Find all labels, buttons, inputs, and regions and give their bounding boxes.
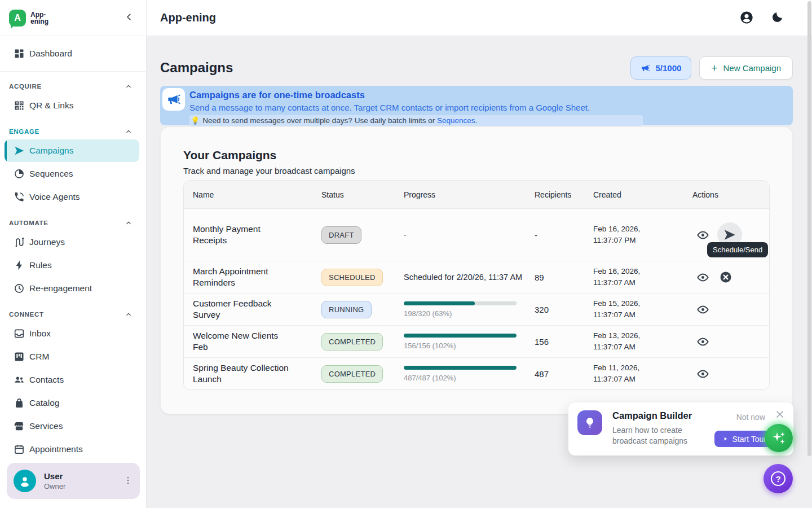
scrollbar[interactable]: [807, 1, 811, 456]
sidebar-item-label: Voice Agents: [29, 192, 80, 202]
view-campaign-button[interactable]: [692, 267, 713, 287]
sidebar-item-services[interactable]: Services: [5, 415, 139, 437]
send-icon: [14, 145, 25, 156]
sequences-icon: [14, 168, 25, 179]
sidebar-nav: Dashboard ACQUIRE QR & Links ENGAGE Camp…: [0, 36, 146, 461]
section-header-automate[interactable]: AUTOMATE: [5, 216, 139, 230]
banner-description: Send a message to many contacts at once.…: [189, 102, 791, 114]
campaign-quota-badge[interactable]: 5/1000: [630, 56, 691, 80]
recipients-count: -: [535, 226, 593, 244]
toast-description: Learn how to create broadcast campaigns: [612, 425, 704, 446]
user-menu-button[interactable]: [122, 475, 134, 487]
row-actions: [692, 327, 769, 356]
created-date: Feb 15, 2026,11:37:07 AM: [593, 294, 692, 325]
section-header-connect[interactable]: CONNECT: [5, 308, 139, 321]
sidebar-item-campaigns[interactable]: Campaigns: [5, 139, 139, 162]
progress-bar: 487/487 (102%): [404, 366, 517, 382]
status-cell: SCHEDULED: [321, 264, 404, 291]
page-title: Campaigns: [160, 60, 233, 76]
view-campaign-button[interactable]: [692, 364, 713, 384]
clock-icon: [14, 283, 25, 294]
sidebar-item-label: Dashboard: [29, 49, 72, 59]
card-title: Your Campaigns: [183, 148, 770, 162]
sidebar-item-label: Contacts: [29, 375, 64, 385]
schedule-send-tooltip: Schedule/Send: [707, 242, 768, 257]
qr-icon: [14, 100, 25, 111]
banner-tip: 💡 Need to send messages over multiple da…: [189, 115, 643, 126]
toast-close-button[interactable]: [774, 409, 785, 420]
created-date: Feb 13, 2026,11:37:07 AM: [593, 326, 692, 357]
progress-text: Scheduled for 2/20/26, 11:37 AM: [404, 271, 526, 283]
sidebar-item-rules[interactable]: Rules: [5, 254, 139, 277]
plus-icon: +: [711, 63, 717, 73]
sidebar-item-inbox[interactable]: Inbox: [5, 322, 139, 345]
status-cell: COMPLETED: [321, 361, 404, 387]
bag-icon: [14, 397, 25, 409]
route-icon: [14, 237, 25, 248]
eye-icon: [696, 229, 709, 242]
sidebar-item-sequences[interactable]: Sequences: [5, 163, 139, 185]
chevron-up-icon: [125, 219, 133, 227]
progress-cell: 198/320 (63%): [404, 297, 535, 322]
column-header-actions: Actions: [692, 190, 769, 199]
sidebar-item-crm[interactable]: CRM: [5, 345, 139, 368]
section-header-engage[interactable]: ENGAGE: [5, 125, 139, 138]
table-row[interactable]: Spring Beauty Collection Launch COMPLETE…: [184, 357, 769, 389]
table-row[interactable]: Welcome New Clients Feb COMPLETED 156/15…: [184, 325, 769, 357]
sidebar-item-voice-agents[interactable]: Voice Agents: [5, 186, 139, 208]
table-row[interactable]: March Appointment Reminders SCHEDULED Sc…: [184, 261, 769, 293]
card-subtitle: Track and manage your broadcast campaign…: [183, 166, 770, 176]
table-row[interactable]: Customer Feedback Survey RUNNING 198/320…: [184, 293, 769, 325]
chevron-up-icon: [125, 310, 133, 318]
dots-vertical-icon: [123, 475, 133, 485]
sidebar-item-dashboard[interactable]: Dashboard: [5, 42, 139, 65]
nav-divider: [0, 71, 146, 72]
campaign-name: Welcome New Clients Feb: [184, 326, 321, 357]
section-header-acquire[interactable]: ACQUIRE: [5, 80, 139, 93]
inbox-icon: [14, 328, 25, 339]
sequences-link[interactable]: Sequences: [437, 116, 475, 125]
sidebar-item-label: Appointments: [29, 444, 83, 454]
sidebar-collapse-button[interactable]: [122, 11, 136, 25]
recipients-count: 156: [535, 332, 593, 351]
campaigns-table: NameStatusProgressRecipientsCreatedActio…: [183, 180, 770, 390]
sidebar-item-qr-links[interactable]: QR & Links: [5, 94, 139, 117]
calendar-icon: [14, 444, 25, 455]
sidebar-item-catalog[interactable]: Catalog: [5, 392, 139, 414]
help-fab[interactable]: ?: [764, 464, 793, 493]
table-row[interactable]: Monthly Payment Receipts DRAFT - - Feb 1…: [184, 209, 769, 261]
account-button[interactable]: [739, 10, 754, 26]
new-campaign-button[interactable]: + New Campaign: [699, 56, 793, 80]
toast-title: Campaign Builder: [612, 410, 692, 421]
row-actions: [692, 359, 769, 388]
campaign-name: Spring Beauty Collection Launch: [184, 358, 321, 389]
created-date: Feb 11, 2026,11:37:07 AM: [593, 358, 692, 389]
megaphone-icon: [641, 63, 650, 73]
progress-bar: 198/320 (63%): [404, 301, 517, 318]
view-campaign-button[interactable]: [692, 331, 713, 352]
view-campaign-button[interactable]: [692, 299, 713, 319]
dark-mode-toggle[interactable]: [769, 10, 785, 26]
ai-assistant-fab[interactable]: [765, 424, 793, 452]
column-header-recipients: Recipients: [535, 190, 593, 199]
chevron-up-icon: [125, 128, 133, 135]
not-now-button[interactable]: Not now: [736, 413, 765, 422]
moon-icon: [771, 11, 784, 24]
user-card[interactable]: User Owner: [7, 463, 140, 499]
sidebar-item-contacts[interactable]: Contacts: [5, 369, 139, 391]
active-indicator-bar: [5, 139, 7, 162]
sidebar-item-appointments[interactable]: Appointments: [5, 438, 139, 461]
banner-body: Campaigns are for one-time broadcasts Se…: [185, 88, 791, 123]
sidebar-item-journeys[interactable]: Journeys: [5, 231, 139, 253]
page-header: Campaigns 5/1000 + New Campaign: [160, 55, 793, 80]
sidebar-item-label: QR & Links: [29, 100, 73, 111]
lightbulb-icon: [583, 416, 597, 430]
topbar-actions: [739, 10, 785, 26]
page-header-actions: 5/1000 + New Campaign: [630, 56, 793, 80]
sidebar-item-re-engagement[interactable]: Re-engagement: [5, 277, 139, 300]
cancel-campaign-button[interactable]: [717, 269, 734, 286]
progress-bar: 156/156 (102%): [404, 334, 517, 350]
account-icon: [739, 10, 754, 25]
sidebar-item-label: CRM: [29, 352, 49, 362]
lightbulb-emoji: 💡: [191, 116, 200, 125]
